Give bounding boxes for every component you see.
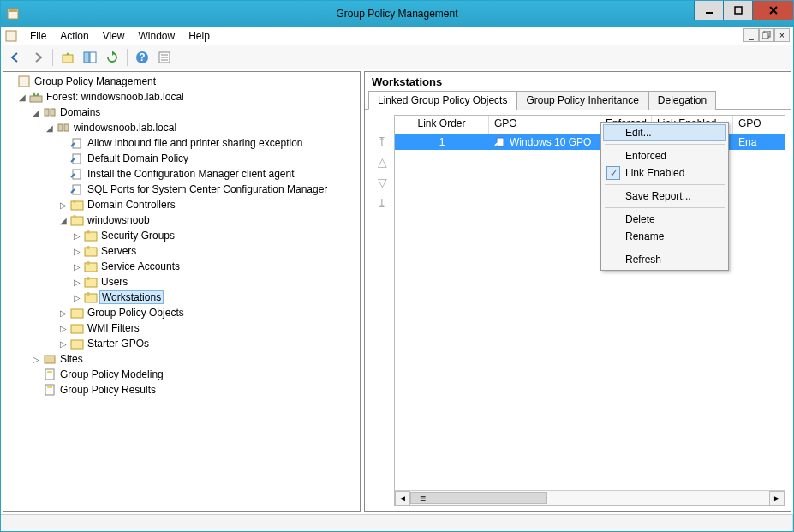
tree-ou-windowsnoob[interactable]: ◢ windowsnoob: [3, 212, 360, 228]
expand-icon[interactable]: ▷: [58, 324, 69, 333]
mdi-restore-button[interactable]: [759, 28, 774, 42]
tree-modeling[interactable]: Group Policy Modeling: [3, 367, 360, 382]
tree-ou-child[interactable]: ▷ Service Accounts: [3, 259, 360, 274]
tree-results[interactable]: Group Policy Results: [3, 382, 360, 398]
tab-delegation[interactable]: Delegation: [648, 91, 716, 110]
mdi-close-button[interactable]: ×: [774, 28, 790, 42]
svg-rect-47: [47, 371, 52, 373]
collapse-icon[interactable]: ◢: [45, 123, 55, 133]
menu-help[interactable]: Help: [182, 28, 217, 44]
cell-link-order: 1: [395, 136, 489, 148]
app-icon: [6, 7, 20, 21]
col-gpo-status[interactable]: GPO: [733, 116, 785, 134]
tree-ou-child[interactable]: ▷ Servers: [3, 243, 360, 259]
results-icon: [43, 383, 57, 397]
ctx-enforced[interactable]: Enforced: [603, 147, 726, 164]
expand-icon[interactable]: ▷: [31, 355, 41, 364]
statusbar: [1, 514, 793, 531]
svg-rect-36: [85, 263, 97, 272]
toolbar: ?: [1, 45, 793, 69]
maximize-button[interactable]: [723, 1, 752, 20]
move-down-button[interactable]: ▽: [373, 175, 391, 190]
ctx-link-enabled[interactable]: ✓ Link Enabled: [603, 164, 726, 182]
ou-icon: [84, 275, 98, 289]
ctx-delete[interactable]: Delete: [603, 211, 726, 228]
ctx-rename[interactable]: Rename: [603, 228, 726, 245]
content-area: ▶ Group Policy Management ◢ Forest: wind…: [1, 69, 793, 514]
expand-icon[interactable]: ▷: [72, 262, 82, 272]
domain-icon: [57, 121, 70, 134]
move-up-button[interactable]: △: [373, 154, 391, 170]
up-button[interactable]: [58, 48, 77, 67]
expand-icon[interactable]: ▷: [72, 231, 82, 241]
expand-icon[interactable]: ▷: [72, 278, 82, 287]
tree-label: Servers: [99, 245, 138, 257]
refresh-button[interactable]: [103, 48, 122, 67]
tree-ou-child[interactable]: ▷ Security Groups: [3, 228, 360, 243]
tree-gpo-link[interactable]: Default Domain Policy: [3, 151, 360, 166]
tree-starter-gpos[interactable]: ▷ Starter GPOs: [3, 336, 360, 351]
tree-domains[interactable]: ◢ Domains: [3, 105, 360, 120]
forward-button[interactable]: [28, 48, 47, 67]
ctx-refresh[interactable]: Refresh: [603, 251, 726, 268]
tree-domain[interactable]: ◢ windowsnoob.lab.local: [3, 120, 360, 135]
menu-window[interactable]: Window: [132, 28, 182, 44]
scroll-left-button[interactable]: ◄: [395, 491, 410, 506]
move-top-button[interactable]: ⤒: [373, 134, 391, 149]
collapse-icon[interactable]: ◢: [58, 216, 69, 225]
tree-forest[interactable]: ◢ Forest: windowsnoob.lab.local: [3, 89, 360, 105]
horizontal-scrollbar[interactable]: ◄ ≡ ►: [395, 490, 785, 505]
scroll-track[interactable]: ≡: [410, 491, 769, 506]
menu-file[interactable]: File: [23, 28, 53, 44]
ctx-edit[interactable]: Edit...: [603, 124, 726, 141]
folder-icon: [70, 337, 84, 350]
svg-rect-43: [71, 325, 83, 333]
svg-rect-20: [45, 109, 49, 116]
tree: ▶ Group Policy Management ◢ Forest: wind…: [3, 72, 360, 399]
tree-wmi-filters[interactable]: ▷ WMI Filters: [3, 320, 360, 336]
expand-icon[interactable]: ▷: [72, 247, 82, 256]
expand-icon[interactable]: ▷: [58, 200, 69, 210]
back-button[interactable]: [6, 48, 25, 67]
tab-inheritance[interactable]: Group Policy Inheritance: [516, 91, 648, 110]
tree-gpo-container[interactable]: ▷ Group Policy Objects: [3, 305, 360, 320]
scroll-right-button[interactable]: ►: [769, 491, 785, 506]
tab-linked-gpos[interactable]: Linked Group Policy Objects: [368, 91, 516, 110]
help-button[interactable]: ?: [133, 48, 152, 67]
col-gpo[interactable]: GPO: [489, 116, 600, 134]
tree-gpo-link[interactable]: Install the Configuration Manager client…: [3, 166, 360, 182]
col-link-order[interactable]: Link Order: [395, 116, 489, 134]
gpo-link-icon: [70, 136, 84, 150]
collapse-icon[interactable]: ◢: [17, 93, 27, 102]
tree-ou-child[interactable]: ▷ Users: [3, 274, 360, 290]
expand-icon[interactable]: ▷: [58, 308, 69, 318]
properties-button[interactable]: [155, 48, 174, 67]
svg-text:?: ?: [139, 51, 145, 63]
scroll-thumb[interactable]: ≡: [410, 492, 547, 504]
expand-icon[interactable]: ▷: [58, 339, 69, 349]
minimize-button[interactable]: [694, 1, 723, 20]
svg-rect-11: [90, 52, 96, 63]
status-cell: [1, 515, 397, 531]
svg-rect-23: [64, 124, 69, 131]
tree-ou-workstations[interactable]: ▷ Workstations: [3, 290, 360, 305]
tree-root[interactable]: ▶ Group Policy Management: [3, 74, 360, 89]
details-title: Workstations: [365, 72, 791, 90]
move-bottom-button[interactable]: ⤓: [373, 195, 391, 211]
close-button[interactable]: [752, 1, 793, 20]
tree-pane[interactable]: ▶ Group Policy Management ◢ Forest: wind…: [3, 71, 361, 512]
collapse-icon[interactable]: ◢: [31, 108, 41, 117]
tree-gpo-link[interactable]: SQL Ports for System Center Configuratio…: [3, 182, 360, 197]
show-hide-tree-button[interactable]: [81, 48, 99, 67]
tree-label: Sites: [58, 353, 85, 365]
mdi-minimize-button[interactable]: _: [743, 28, 759, 42]
ctx-save-report[interactable]: Save Report...: [603, 188, 726, 205]
menu-action[interactable]: Action: [53, 28, 95, 44]
menu-view[interactable]: View: [96, 28, 132, 44]
tree-gpo-link[interactable]: Allow inbound file and printer sharing e…: [3, 135, 360, 151]
toolbar-separator: [52, 49, 53, 66]
svg-rect-21: [51, 109, 55, 116]
tree-sites[interactable]: ▷ Sites: [3, 351, 360, 367]
expand-icon[interactable]: ▷: [72, 293, 82, 302]
tree-domain-controllers[interactable]: ▷ Domain Controllers: [3, 197, 360, 212]
